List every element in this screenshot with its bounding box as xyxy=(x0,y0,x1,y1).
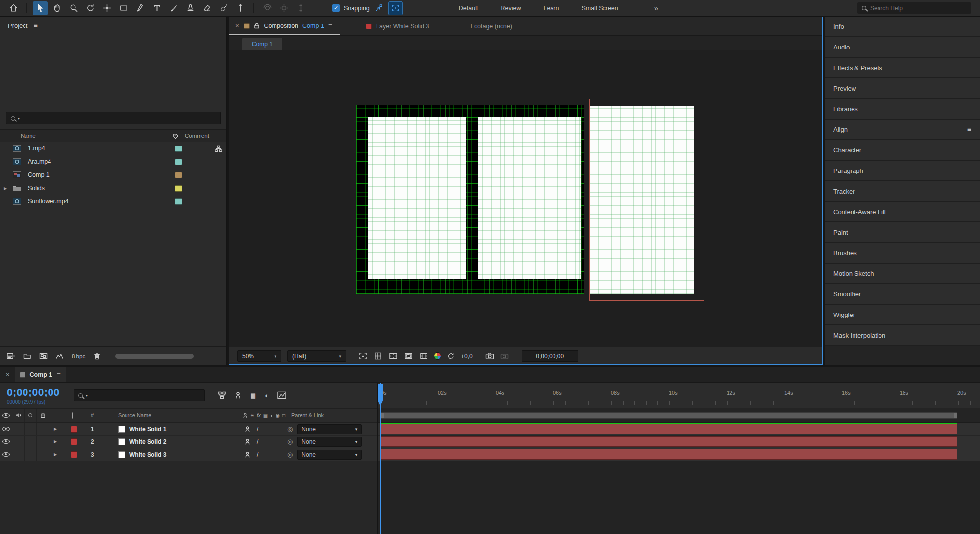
panel-tab-preview[interactable]: Preview xyxy=(825,78,980,99)
video-eye-toggle[interactable] xyxy=(0,448,12,461)
workspace-overflow-icon[interactable]: » xyxy=(654,4,658,12)
label-color-chip[interactable] xyxy=(175,159,182,165)
panel-tab-mask-interpolation[interactable]: Mask Interpolation xyxy=(825,325,980,346)
tab-layer[interactable]: Layer White Solid 3 xyxy=(355,23,440,30)
solo-toggle[interactable] xyxy=(25,436,37,448)
panel-menu-icon[interactable]: ≡ xyxy=(328,22,332,30)
label-color-chip[interactable] xyxy=(175,172,182,178)
pen-tool[interactable] xyxy=(133,1,148,15)
transparency-grid-icon[interactable] xyxy=(374,352,382,360)
clone-stamp-tool[interactable] xyxy=(183,1,198,15)
panel-tab-paragraph[interactable]: Paragraph xyxy=(825,161,980,181)
close-tab-icon[interactable]: × xyxy=(235,22,239,29)
lock-toggle[interactable] xyxy=(37,423,49,435)
snapshot-camera-icon[interactable] xyxy=(485,352,494,360)
layer-label-chip[interactable] xyxy=(71,426,77,433)
layer-duration-bar-1[interactable] xyxy=(380,423,957,434)
shape-tool[interactable] xyxy=(116,1,131,15)
horizontal-scrollbar[interactable] xyxy=(115,354,194,359)
panel-tab-effects-presets[interactable]: Effects & Presets xyxy=(825,58,980,78)
home-icon[interactable] xyxy=(6,1,21,15)
panel-tab-motion-sketch[interactable]: Motion Sketch xyxy=(825,264,980,284)
graph-editor-icon[interactable] xyxy=(277,391,286,399)
search-help-box[interactable] xyxy=(857,2,971,14)
tab-composition[interactable]: × Composition Comp 1 ≡ xyxy=(229,17,340,35)
mini-flowchart-icon[interactable] xyxy=(218,391,226,399)
column-name[interactable]: Name xyxy=(21,133,36,139)
snapping-control[interactable]: ✓ Snapping xyxy=(332,4,370,12)
time-ruler[interactable]: 0s 02s 04s 06s 08s 10s 12s 14s 16s 18s 2… xyxy=(378,383,980,408)
roto-brush-tool[interactable] xyxy=(216,1,231,15)
pickwhip-icon[interactable]: ◎ xyxy=(287,425,293,433)
panel-tab-smoother[interactable]: Smoother xyxy=(825,284,980,305)
show-snapshot-icon[interactable] xyxy=(500,352,509,360)
project-item-row[interactable]: Sunflower.mp4 xyxy=(0,195,226,208)
timeline-track-area[interactable]: 0s 02s 04s 06s 08s 10s 12s 14s 16s 18s 2… xyxy=(378,383,980,534)
source-name-column-header[interactable]: Source Name xyxy=(105,413,243,418)
audio-toggle[interactable] xyxy=(12,436,25,448)
close-tab-icon[interactable]: × xyxy=(6,371,10,378)
label-color-chip[interactable] xyxy=(175,146,182,152)
workspace-review[interactable]: Review xyxy=(501,5,521,12)
quality-toggle-icon[interactable]: / xyxy=(257,426,258,433)
project-search-box[interactable]: ▾ xyxy=(6,112,221,124)
panel-tab-align[interactable]: Align ≡ xyxy=(825,120,980,140)
parent-dropdown[interactable]: None ▾ xyxy=(297,424,362,434)
workspace-learn[interactable]: Learn xyxy=(543,5,559,12)
snap-to-features-icon[interactable] xyxy=(372,1,386,15)
preview-timecode-field[interactable]: 0;00;00;00 xyxy=(522,350,578,362)
audio-toggle[interactable] xyxy=(12,448,25,461)
composition-viewer[interactable] xyxy=(229,50,822,347)
pickwhip-icon[interactable]: ◎ xyxy=(287,438,293,445)
parent-dropdown[interactable]: None ▾ xyxy=(297,437,362,447)
workspace-default[interactable]: Default xyxy=(459,5,478,12)
layer-name[interactable]: White Solid 3 xyxy=(129,451,166,458)
dolly-camera-tool[interactable] xyxy=(293,1,308,15)
quality-toggle-icon[interactable]: / xyxy=(257,451,258,458)
exposure-value[interactable]: +0,0 xyxy=(461,353,473,360)
region-of-interest-icon[interactable] xyxy=(359,352,367,360)
video-eye-toggle[interactable] xyxy=(0,423,12,435)
safe-margins-icon[interactable] xyxy=(389,352,398,360)
snap-bounds-icon[interactable] xyxy=(388,1,403,15)
shy-toggle-icon[interactable] xyxy=(245,426,250,432)
tab-footage[interactable]: Footage (none) xyxy=(459,23,523,30)
shy-toggle-icon[interactable] xyxy=(245,452,250,458)
layer-label-chip[interactable] xyxy=(71,451,77,458)
label-color-chip[interactable] xyxy=(175,185,182,192)
project-item-row[interactable]: ▶ Solids xyxy=(0,182,226,195)
current-time-display[interactable]: 0;00;00;00 00000 (29.97 fps) xyxy=(7,387,66,405)
panel-menu-icon[interactable]: ≡ xyxy=(967,125,971,133)
puppet-pin-tool[interactable] xyxy=(233,1,248,15)
column-comment[interactable]: Comment xyxy=(185,133,209,139)
hand-tool[interactable] xyxy=(50,1,64,15)
pan-camera-tool[interactable] xyxy=(276,1,291,15)
resolution-dropdown[interactable]: (Half) ▾ xyxy=(287,350,346,362)
layer-duration-bar-3[interactable] xyxy=(380,449,957,460)
pan-behind-tool[interactable] xyxy=(100,1,114,15)
layer-disclosure-icon[interactable]: ▶ xyxy=(54,439,64,444)
new-composition-icon[interactable] xyxy=(39,352,48,360)
selection-tool[interactable] xyxy=(33,1,48,15)
bit-depth-button[interactable]: 8 bpc xyxy=(72,353,85,359)
timeline-timecode[interactable]: 0;00;00;00 xyxy=(7,387,66,398)
project-item-row[interactable]: Ara.mp4 xyxy=(0,155,226,169)
brush-tool[interactable] xyxy=(166,1,181,15)
solo-toggle[interactable] xyxy=(25,423,37,435)
panel-tab-audio[interactable]: Audio xyxy=(825,37,980,58)
panel-tab-libraries[interactable]: Libraries xyxy=(825,99,980,120)
channel-colors-icon[interactable] xyxy=(434,352,441,360)
number-column-header[interactable]: # xyxy=(91,413,105,418)
project-item-row[interactable]: 1.mp4 xyxy=(0,142,226,155)
orbit-camera-tool[interactable] xyxy=(260,1,275,15)
layer-duration-bar-2[interactable] xyxy=(380,436,957,447)
panel-tab-paint[interactable]: Paint xyxy=(825,222,980,243)
zoom-tool[interactable] xyxy=(66,1,81,15)
layer-name[interactable]: White Solid 2 xyxy=(129,438,166,445)
snapping-checkbox[interactable]: ✓ xyxy=(332,4,340,12)
parent-link-column-header[interactable]: Parent & Link xyxy=(284,413,377,418)
audio-toggle[interactable] xyxy=(12,423,25,435)
lock-toggle[interactable] xyxy=(37,448,49,461)
shy-toggle-icon[interactable] xyxy=(245,439,250,445)
mask-visibility-icon[interactable] xyxy=(404,352,413,360)
